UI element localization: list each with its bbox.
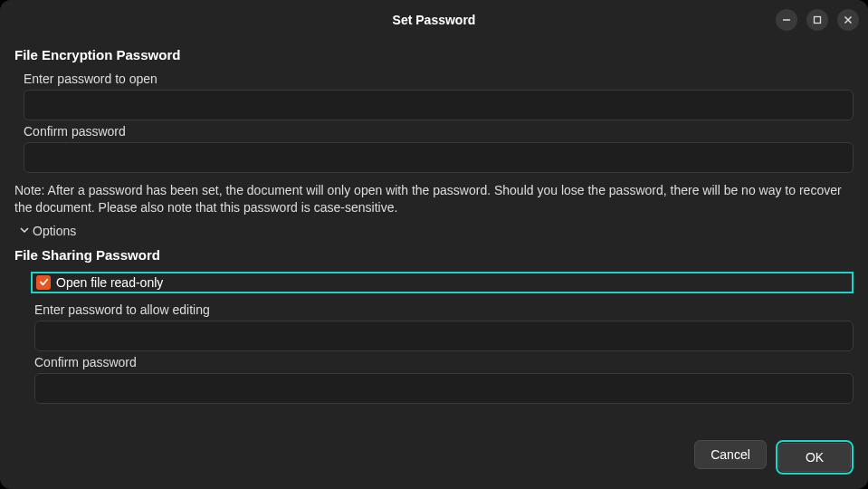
minimize-button[interactable]: [776, 9, 797, 31]
encryption-heading: File Encryption Password: [14, 47, 854, 62]
edit-confirm-label: Confirm password: [34, 355, 854, 369]
edit-password-input[interactable]: [34, 321, 854, 351]
dialog-window: Set Password File Encryption Password En…: [0, 0, 868, 489]
spacer: [14, 404, 854, 435]
window-title: Set Password: [393, 13, 476, 27]
minimize-icon: [782, 15, 791, 24]
enter-password-input[interactable]: [24, 90, 854, 120]
cancel-button-label: Cancel: [711, 447, 750, 462]
edit-password-label: Enter password to allow editing: [34, 302, 854, 317]
enter-password-label: Enter password to open: [24, 72, 854, 86]
dialog-content: File Encryption Password Enter password …: [0, 40, 868, 489]
confirm-password-label: Confirm password: [24, 124, 854, 139]
button-row: Cancel OK: [14, 435, 854, 475]
close-button[interactable]: [837, 9, 859, 31]
titlebar: Set Password: [0, 0, 868, 40]
maximize-button[interactable]: [806, 9, 828, 31]
check-icon: [39, 277, 49, 287]
options-label: Options: [33, 224, 76, 238]
close-icon: [844, 15, 853, 24]
edit-confirm-input[interactable]: [34, 373, 854, 404]
maximize-icon: [813, 15, 822, 24]
titlebar-controls: [776, 9, 859, 31]
readonly-checkbox[interactable]: [36, 275, 51, 290]
options-expander[interactable]: Options: [20, 224, 854, 238]
sharing-heading: File Sharing Password: [14, 247, 854, 263]
readonly-label: Open file read-only: [56, 275, 163, 290]
ok-button[interactable]: OK: [778, 443, 851, 472]
ok-button-highlight: OK: [776, 440, 854, 475]
svg-rect-1: [815, 17, 821, 24]
chevron-down-icon: [20, 225, 29, 237]
password-note: Note: After a password has been set, the…: [14, 182, 854, 216]
ok-button-label: OK: [806, 450, 824, 465]
readonly-checkbox-row[interactable]: Open file read-only: [31, 272, 854, 293]
confirm-password-input[interactable]: [24, 142, 854, 173]
cancel-button[interactable]: Cancel: [694, 440, 767, 469]
